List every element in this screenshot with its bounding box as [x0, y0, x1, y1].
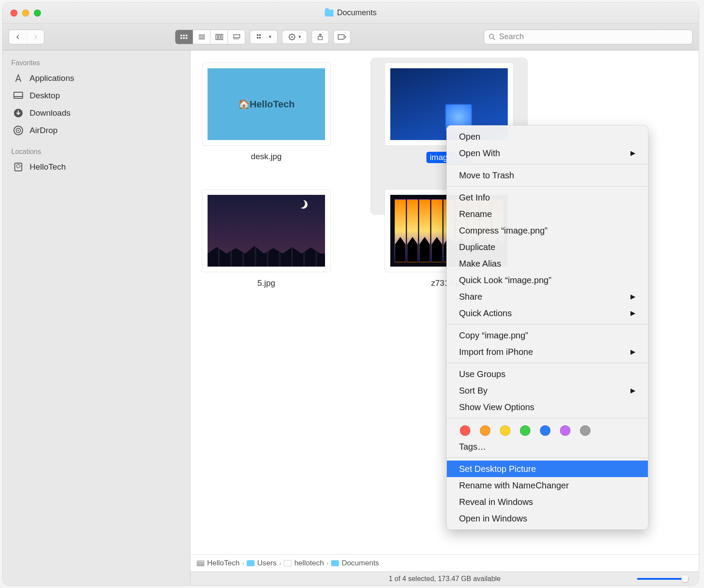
folder-icon	[247, 560, 255, 566]
menu-item-label: Get Info	[459, 193, 490, 203]
menu-item[interactable]: Rename with NameChanger	[447, 477, 648, 494]
tags-button[interactable]	[333, 30, 351, 44]
path-crumb[interactable]: Documents	[331, 559, 379, 568]
toolbar: ▾ ▾ Search	[3, 23, 699, 50]
svg-rect-9	[216, 34, 218, 39]
group-by-button[interactable]: ▾	[250, 30, 278, 44]
menu-item[interactable]: Compress “image.png”	[447, 222, 648, 239]
desktop-icon	[13, 90, 23, 101]
svg-rect-3	[181, 37, 182, 39]
tag-color-dot[interactable]	[480, 425, 490, 436]
context-menu: OpenOpen With▶Move to TrashGet InfoRenam…	[446, 125, 648, 530]
svg-rect-5	[186, 37, 188, 39]
tag-color-dot[interactable]	[500, 425, 510, 436]
menu-item[interactable]: Open With▶	[447, 145, 648, 161]
menu-item[interactable]: Open	[447, 128, 648, 145]
svg-rect-18	[257, 37, 258, 39]
finder-window: Documents ▾ ▾ Search	[3, 3, 699, 585]
share-button[interactable]	[312, 30, 329, 44]
menu-separator	[447, 324, 648, 324]
column-view-button[interactable]	[210, 30, 228, 44]
menu-item-label: Import from iPhone	[459, 347, 533, 357]
menu-item[interactable]: Get Info	[447, 189, 648, 206]
path-crumb[interactable]: HelloTech	[197, 559, 240, 568]
menu-item-label: Set Desktop Picture	[459, 464, 536, 474]
svg-rect-12	[234, 34, 240, 37]
svg-rect-4	[183, 37, 185, 39]
menu-item-label: Copy “image.png”	[459, 331, 528, 341]
menu-item[interactable]: Import from iPhone▶	[447, 344, 648, 360]
menu-item[interactable]: Rename	[447, 206, 648, 222]
file-item[interactable]: 🏠HelloTechdesk.jpg	[201, 63, 332, 163]
menu-separator	[447, 164, 648, 164]
back-button[interactable]	[9, 30, 27, 44]
svg-rect-15	[237, 38, 238, 39]
sidebar-item-label: Applications	[30, 74, 74, 83]
sidebar-item-airdrop[interactable]: AirDrop	[3, 122, 190, 139]
menu-item[interactable]: Copy “image.png”	[447, 327, 648, 344]
tag-color-dot[interactable]	[560, 425, 570, 436]
menu-item[interactable]: Set Desktop Picture	[447, 461, 648, 477]
svg-point-23	[343, 36, 345, 37]
list-view-button[interactable]	[193, 30, 210, 44]
sidebar-section-locations: Locations	[3, 145, 190, 158]
tag-color-dot[interactable]	[520, 425, 530, 436]
pathbar: HelloTech›Users›hellotech›Documents	[191, 554, 699, 571]
sidebar-item-applications[interactable]: Applications	[3, 70, 190, 87]
zoom-knob[interactable]	[681, 575, 688, 582]
action-menu-button[interactable]: ▾	[282, 30, 307, 44]
sidebar-item-label: Downloads	[30, 108, 70, 118]
menu-item-label: Show View Options	[459, 402, 534, 412]
tag-color-dot[interactable]	[460, 425, 470, 436]
menu-separator	[447, 363, 648, 363]
submenu-arrow-icon: ▶	[630, 149, 636, 157]
sidebar-item-hellotech[interactable]: HelloTech	[3, 158, 190, 176]
path-crumb[interactable]: Users	[247, 559, 276, 568]
path-crumb-label: HelloTech	[207, 559, 240, 568]
svg-line-25	[493, 38, 495, 40]
chevron-right-icon: ›	[242, 560, 245, 567]
menu-item[interactable]: Quick Look “image.png”	[447, 272, 648, 288]
sidebar-item-label: HelloTech	[30, 162, 66, 172]
menu-item-label: Open	[459, 132, 480, 142]
menu-item-label: Rename with NameChanger	[459, 481, 569, 491]
zoom-window-button[interactable]	[34, 10, 41, 17]
zoom-slider[interactable]	[637, 578, 689, 580]
tag-color-dot[interactable]	[540, 425, 550, 436]
menu-item[interactable]: Sort By▶	[447, 382, 648, 399]
menu-item[interactable]: Move to Trash	[447, 167, 648, 184]
menu-item[interactable]: Open in Windows	[447, 510, 648, 527]
sidebar-item-label: AirDrop	[30, 126, 57, 135]
menu-item[interactable]: Use Groups	[447, 366, 648, 382]
menu-item-label: Quick Actions	[459, 308, 512, 318]
tag-color-dot[interactable]	[580, 425, 590, 436]
menu-item-label: Share	[459, 292, 482, 302]
window-title: Documents	[325, 8, 376, 17]
minimize-window-button[interactable]	[22, 10, 29, 17]
gallery-view-button[interactable]	[228, 30, 245, 44]
svg-rect-19	[259, 37, 261, 39]
path-crumb[interactable]: hellotech	[284, 559, 324, 568]
file-name-label: 5.jpg	[257, 278, 275, 288]
close-window-button[interactable]	[10, 10, 17, 17]
svg-point-21	[291, 36, 293, 38]
svg-point-24	[489, 34, 494, 38]
menu-item[interactable]: Quick Actions▶	[447, 305, 648, 321]
search-input[interactable]: Search	[484, 30, 693, 44]
menu-item[interactable]: Show View Options	[447, 399, 648, 415]
menu-item-label: Reveal in Windows	[459, 497, 533, 507]
forward-button[interactable]	[27, 30, 44, 44]
menu-item-label: Duplicate	[459, 242, 495, 252]
file-name-label: desk.jpg	[251, 152, 282, 161]
icon-view-button[interactable]	[175, 30, 193, 44]
sidebar-item-desktop[interactable]: Desktop	[3, 87, 190, 104]
menu-item[interactable]: Make Alias	[447, 255, 648, 272]
file-item[interactable]: 5.jpg	[201, 189, 332, 288]
sidebar-item-downloads[interactable]: Downloads	[3, 104, 190, 122]
view-mode-buttons	[175, 30, 245, 44]
menu-item[interactable]: Share▶	[447, 288, 648, 305]
downloads-icon	[13, 108, 23, 118]
menu-item[interactable]: Duplicate	[447, 239, 648, 255]
menu-item[interactable]: Reveal in Windows	[447, 494, 648, 510]
menu-item-tags[interactable]: Tags…	[447, 438, 648, 455]
